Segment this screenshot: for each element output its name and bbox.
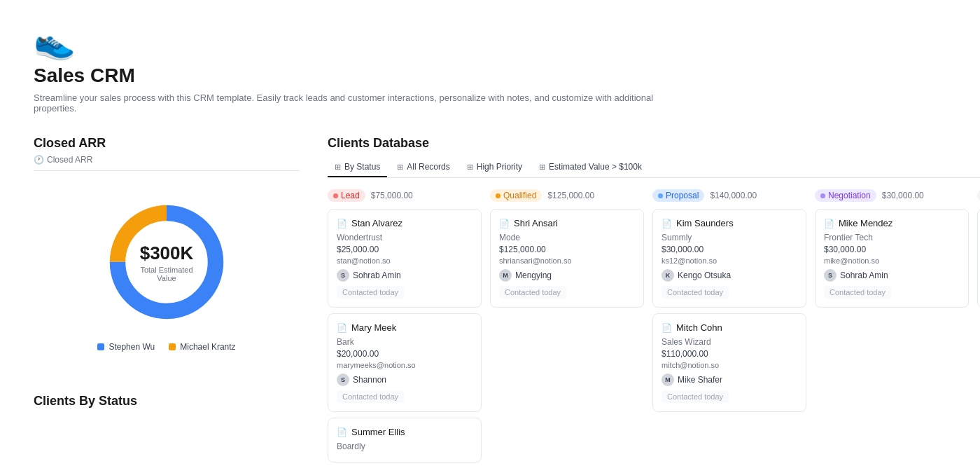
donut-label: Total Estimated Value: [135, 266, 198, 282]
table-row[interactable]: 📄 Kim Saunders Summly $30,000.00 ks12@no…: [652, 209, 806, 308]
avatar: M: [662, 374, 674, 386]
card-name: 📄 Shri Ansari: [499, 218, 635, 228]
logo: 👟: [34, 22, 946, 62]
database-title: Clients Database: [328, 136, 980, 151]
chart-legend: Stephen Wu Michael Krantz: [97, 342, 235, 352]
card-amount: $125,000.00: [499, 245, 635, 254]
left-panel: Closed ARR 🕐 Closed ARR $300K Total Esti…: [34, 136, 300, 466]
card-assignee: S Sohrab Amin: [824, 269, 960, 282]
status-badge-negotiation: Negotiation: [815, 189, 876, 202]
card-amount: $20,000.00: [337, 349, 472, 359]
page-title: Sales CRM: [34, 64, 946, 87]
card-email: marymeeks@notion.so: [337, 361, 472, 369]
card-email: stan@notion.so: [337, 256, 472, 265]
status-badge-lead: Lead: [328, 189, 365, 202]
tab-icon-high-priority: ⊞: [467, 163, 473, 172]
tab-icon-estimated-value: ⊞: [539, 163, 545, 172]
card-contacted: Contacted today: [499, 286, 566, 299]
status-dot-proposal: [658, 193, 663, 198]
doc-icon: 📄: [662, 219, 672, 228]
col-amount-negotiation: $30,000.00: [882, 191, 924, 200]
tab-estimated-value[interactable]: ⊞ Estimated Value > $100k: [532, 158, 649, 177]
doc-icon: 📄: [337, 323, 347, 333]
table-row[interactable]: 📄 Mike Mendez Frontier Tech $30,000.00 m…: [815, 209, 969, 308]
tab-label-by-status: By Status: [344, 162, 380, 172]
col-header-qualified: Qualified$125,000.00: [490, 189, 644, 202]
tab-label-all-records: All Records: [407, 162, 449, 172]
card-assignee: M Mike Shafer: [662, 374, 797, 386]
card-company: Bark: [337, 337, 472, 347]
status-dot-qualified: [496, 193, 500, 198]
card-amount: $30,000.00: [662, 245, 797, 254]
card-company: Wondertrust: [337, 233, 472, 242]
status-badge-qualified: Qualified: [490, 189, 542, 202]
doc-icon: 📄: [337, 427, 347, 437]
col-header-negotiation: Negotiation$30,000.00: [815, 189, 969, 202]
tab-all-records[interactable]: ⊞ All Records: [390, 158, 456, 177]
tab-high-priority[interactable]: ⊞ High Priority: [460, 158, 529, 177]
tab-label-estimated-value: Estimated Value > $100k: [549, 162, 642, 172]
donut-center: $300K Total Estimated Value: [135, 242, 198, 282]
tab-icon-all-records: ⊞: [397, 163, 403, 172]
card-contacted: Contacted today: [824, 286, 891, 299]
avatar: M: [499, 269, 512, 282]
kanban-col-lead: Lead$75,000.00 📄 Stan Alvarez Wondertrus…: [328, 189, 482, 466]
col-amount-proposal: $140,000.00: [710, 191, 757, 200]
legend-item-stephen: Stephen Wu: [97, 342, 155, 352]
kanban-col-negotiation: Negotiation$30,000.00 📄 Mike Mendez Fron…: [815, 189, 969, 466]
legend-item-michael: Michael Krantz: [169, 342, 235, 352]
card-name: 📄 Stan Alvarez: [337, 218, 472, 228]
avatar: S: [337, 374, 349, 386]
card-email: mitch@notion.so: [662, 361, 797, 369]
tab-icon-by-status: ⊞: [335, 163, 341, 172]
card-name: 📄 Summer Ellis: [337, 427, 472, 437]
card-name: 📄 Kim Saunders: [662, 218, 797, 228]
card-email: shriansari@notion.so: [499, 256, 635, 265]
clock-icon: 🕐: [34, 155, 44, 165]
avatar: K: [662, 269, 674, 282]
card-email: mike@notion.so: [824, 256, 960, 265]
doc-icon: 📄: [824, 219, 834, 228]
card-contacted: Contacted today: [662, 286, 729, 299]
donut-chart-container: $300K Total Estimated Value Stephen Wu M…: [34, 185, 300, 366]
status-badge-lost: Lost: [977, 189, 980, 202]
card-contacted: Contacted today: [337, 286, 404, 299]
col-amount-qualified: $125,000.00: [547, 191, 594, 200]
right-panel: Clients Database ⊞ By Status ⊞ All Recor…: [328, 136, 980, 466]
card-email: ks12@notion.so: [662, 256, 797, 265]
card-contacted: Contacted today: [337, 390, 404, 403]
table-row[interactable]: 📄 Mary Meek Bark $20,000.00 marymeeks@no…: [328, 313, 482, 412]
avatar: S: [824, 269, 836, 282]
kanban-col-proposal: Proposal$140,000.00 📄 Kim Saunders Summl…: [652, 189, 806, 466]
col-header-lead: Lead$75,000.00: [328, 189, 482, 202]
table-row[interactable]: 📄 Stan Alvarez Wondertrust $25,000.00 st…: [328, 209, 482, 308]
table-row[interactable]: 📄 Mitch Cohn Sales Wizard $110,000.00 mi…: [652, 313, 806, 412]
legend-dot-stephen: [97, 343, 104, 350]
card-company: Boardly: [337, 441, 472, 451]
status-badge-proposal: Proposal: [652, 189, 704, 202]
tabs-row: ⊞ By Status ⊞ All Records ⊞ High Priorit…: [328, 158, 980, 178]
card-contacted: Contacted today: [662, 390, 729, 403]
donut-value: $300K: [135, 242, 198, 264]
card-assignee: S Sohrab Amin: [337, 269, 472, 282]
col-header-lost: Lost$20,000.00: [977, 189, 980, 202]
kanban-board: Lead$75,000.00 📄 Stan Alvarez Wondertrus…: [328, 189, 980, 466]
card-assignee: S Shannon: [337, 374, 472, 386]
table-row[interactable]: 📄 Shri Ansari Mode $125,000.00 shriansar…: [490, 209, 644, 308]
card-assignee: M Mengying: [499, 269, 635, 282]
card-amount: $25,000.00: [337, 245, 472, 254]
table-row[interactable]: 📄 Carrie Duke Future Labs $20,000.00 car…: [977, 209, 980, 308]
closed-arr-title: Closed ARR: [34, 136, 300, 151]
legend-dot-michael: [169, 343, 176, 350]
tab-by-status[interactable]: ⊞ By Status: [328, 158, 387, 177]
card-company: Mode: [499, 233, 635, 242]
kanban-col-qualified: Qualified$125,000.00 📄 Shri Ansari Mode …: [490, 189, 644, 466]
card-name: 📄 Mitch Cohn: [662, 322, 797, 333]
closed-arr-subtitle: 🕐 Closed ARR: [34, 155, 300, 171]
card-amount: $110,000.00: [662, 349, 797, 359]
donut-chart: $300K Total Estimated Value: [104, 199, 230, 325]
doc-icon: 📄: [499, 219, 510, 228]
table-row[interactable]: 📄 Summer Ellis Boardly: [328, 418, 482, 462]
doc-icon: 📄: [662, 323, 672, 333]
col-header-proposal: Proposal$140,000.00: [652, 189, 806, 202]
